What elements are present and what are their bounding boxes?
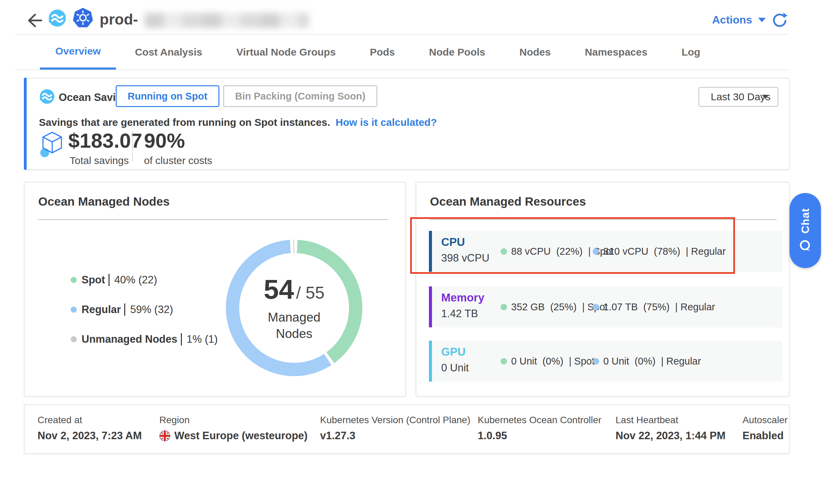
managed-resources-divider — [430, 219, 777, 220]
managed-count: 54 — [264, 274, 294, 305]
footer-value: Nov 22, 2023, 1:44 PM — [616, 430, 725, 442]
cpu-total: 398 vCPU — [441, 252, 489, 264]
gpu-total: 0 Unit — [441, 362, 469, 374]
uk-flag-icon — [159, 430, 170, 441]
gpu-regular-stat: 0 Unit (0%) | Regular — [593, 356, 701, 367]
chat-bubble-icon — [798, 239, 812, 253]
legend-separator — [124, 303, 125, 316]
ocean-brand-icon — [48, 9, 66, 27]
footer-value: v1.27.3 — [320, 430, 355, 442]
savings-accent-bar — [24, 78, 27, 170]
ocean-wave-icon — [39, 89, 55, 104]
gpu-label: GPU — [441, 345, 466, 358]
kubernetes-icon — [72, 8, 93, 29]
cpu-label: CPU — [441, 236, 465, 249]
memory-total: 1.42 TB — [441, 308, 478, 320]
legend-label: Unmanaged Nodes — [82, 333, 177, 345]
managed-resources-title: Ocean Managed Resources — [430, 195, 586, 208]
legend-value: 1% (1) — [187, 333, 218, 345]
savings-cube-icon — [40, 130, 64, 160]
memory-spot-stat: 352 GB (25%) | Spot — [501, 301, 608, 313]
tab-virtual-node-groups[interactable]: Virtual Node Groups — [221, 34, 351, 70]
legend-item-unmanaged: Unmanaged Nodes 1% (1) — [71, 333, 218, 345]
managed-nodes-card: Ocean Managed Nodes Spot 40% (22) Regula… — [24, 182, 406, 397]
tab-nodes[interactable]: Nodes — [504, 34, 566, 70]
chat-button[interactable]: Chat — [790, 193, 821, 268]
chevron-down-icon — [762, 95, 769, 99]
tab-node-pools[interactable]: Node Pools — [414, 34, 501, 70]
gpu-color-bar — [429, 341, 432, 382]
tab-overview[interactable]: Overview — [40, 34, 116, 70]
how-calculated-link[interactable]: How is it calculated? — [335, 117, 437, 128]
chat-label: Chat — [799, 208, 812, 234]
footer-label: Autoscaler — [742, 415, 788, 426]
tab-log[interactable]: Log — [666, 34, 716, 70]
footer-label: Kubernetes Version (Control Plane) — [320, 415, 470, 426]
cluster-info-footer: Created at Nov 2, 2023, 7:23 AM Region W… — [24, 404, 790, 454]
cpu-regular-stat: 310 vCPU (78%) | Regular — [593, 246, 726, 257]
savings-description: Savings that are generated from running … — [39, 117, 437, 128]
refresh-icon[interactable] — [772, 12, 788, 28]
regular-legend-dot — [71, 307, 77, 313]
footer-label: Last Heartbeat — [616, 415, 678, 426]
spot-legend-dot — [71, 277, 77, 283]
tabs-divider — [15, 70, 789, 70]
footer-label: Region — [159, 415, 190, 426]
legend-item-regular: Regular 59% (32) — [71, 303, 173, 316]
resource-row-cpu: CPU 398 vCPU 88 vCPU (22%) | Spot 310 vC… — [429, 231, 782, 272]
percent-of-costs-label: of cluster costs — [144, 155, 212, 166]
chevron-down-icon — [758, 18, 766, 22]
footer-value: Nov 2, 2023, 7:23 AM — [38, 430, 142, 442]
stat-text: 310 vCPU (78%) | Regular — [603, 246, 726, 257]
cpu-color-bar — [429, 231, 432, 272]
period-dropdown-value: Last 30 Days — [711, 91, 770, 103]
memory-regular-stat: 1.07 TB (75%) | Regular — [593, 301, 715, 313]
memory-color-bar — [429, 286, 432, 327]
managed-nodes-title: Ocean Managed Nodes — [38, 195, 170, 208]
legend-value: 59% (32) — [130, 303, 173, 316]
savings-description-text: Savings that are generated from running … — [39, 117, 330, 128]
actions-label: Actions — [712, 14, 752, 26]
stat-text: 0 Unit (0%) | Spot — [511, 356, 594, 367]
period-dropdown[interactable]: Last 30 Days — [698, 87, 778, 107]
legend-label: Spot — [82, 274, 105, 286]
actions-button[interactable]: Actions — [712, 14, 766, 26]
footer-label: Created at — [38, 415, 82, 426]
tab-cost-analysis[interactable]: Cost Analysis — [119, 34, 217, 70]
cluster-title: prod- — [100, 11, 138, 28]
managed-nodes-donut: 54 / 55 Managed Nodes — [226, 240, 362, 376]
total-savings-value: $183.07 — [68, 129, 142, 152]
tab-bar: Overview Cost Analysis Virtual Node Grou… — [40, 34, 716, 70]
legend-value: 40% (22) — [114, 274, 157, 286]
running-on-spot-toggle[interactable]: Running on Spot — [116, 85, 219, 107]
memory-label: Memory — [441, 291, 485, 304]
resource-row-memory: Memory 1.42 TB 352 GB (25%) | Spot 1.07 … — [429, 286, 782, 327]
percent-of-costs-value: 90% — [144, 129, 185, 152]
stat-text: 1.07 TB (75%) | Regular — [603, 301, 715, 313]
gpu-spot-stat: 0 Unit (0%) | Spot — [501, 356, 594, 367]
regular-dot — [593, 248, 599, 255]
legend-separator — [181, 333, 182, 345]
back-arrow-icon[interactable] — [27, 12, 43, 29]
footer-value: Enabled — [742, 430, 784, 442]
spot-dot — [501, 358, 507, 365]
legend-label: Regular — [82, 303, 121, 316]
managed-nodes-divider — [38, 219, 388, 220]
regular-dot — [593, 358, 599, 365]
tab-namespaces[interactable]: Namespaces — [569, 34, 663, 70]
spot-dot — [501, 248, 507, 255]
total-count: / 55 — [296, 283, 324, 303]
tab-pods[interactable]: Pods — [355, 34, 410, 70]
savings-vertical-divider — [132, 131, 133, 162]
legend-separator — [109, 274, 110, 286]
total-savings-label: Total savings — [70, 155, 129, 166]
bin-packing-toggle[interactable]: Bin Packing (Coming Soon) — [223, 85, 377, 107]
resource-row-gpu: GPU 0 Unit 0 Unit (0%) | Spot 0 Unit (0%… — [429, 341, 782, 382]
donut-center: 54 / 55 Managed Nodes — [239, 253, 349, 363]
ocean-savings-card: Ocean Savings: Running on Spot Bin Packi… — [24, 78, 790, 170]
donut-label: Managed Nodes — [255, 309, 333, 342]
stat-text: 0 Unit (0%) | Regular — [603, 356, 701, 367]
footer-value: West Europe (westeurope) — [174, 430, 307, 442]
footer-label: Kubernetes Ocean Controller — [478, 415, 602, 426]
regular-dot — [593, 304, 599, 310]
